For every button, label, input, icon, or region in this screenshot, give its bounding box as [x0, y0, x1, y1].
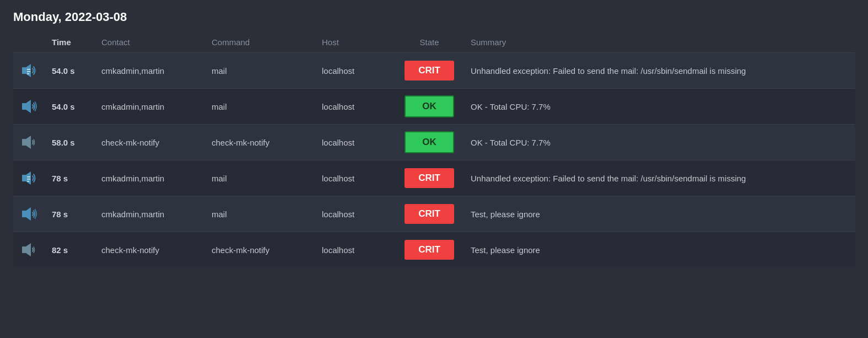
state-cell: OK [393, 125, 465, 160]
contact-cell: check-mk-notify [96, 125, 206, 160]
state-badge: CRIT [405, 240, 454, 260]
command-cell: mail [206, 160, 316, 196]
contact-cell: cmkadmin,martin [96, 160, 206, 196]
time-cell: 54.0 s [46, 89, 96, 125]
icon-cell [13, 53, 46, 89]
col-header-command: Command [206, 34, 316, 53]
host-cell: localhost [316, 53, 393, 89]
svg-marker-1 [26, 64, 31, 77]
summary-cell: OK - Total CPU: 7.7% [465, 89, 855, 125]
svg-rect-4 [27, 73, 29, 74]
time-cell: 54.0 s [46, 53, 96, 89]
state-badge: OK [405, 131, 454, 153]
icon-cell [13, 232, 46, 268]
svg-marker-10 [26, 171, 31, 185]
icon-cell [13, 125, 46, 160]
command-cell: mail [206, 53, 316, 89]
state-cell: CRIT [393, 53, 465, 89]
icon-cell [13, 89, 46, 125]
svg-rect-0 [22, 67, 26, 74]
summary-cell: Test, please ignore [465, 232, 855, 268]
col-header-host: Host [316, 34, 393, 53]
host-cell: localhost [316, 232, 393, 268]
table-row: 54.0 s cmkadmin,martin mail localhost CR… [13, 53, 855, 89]
summary-cell: OK - Total CPU: 7.7% [465, 125, 855, 160]
col-header-time: Time [46, 34, 96, 53]
speaker-icon [19, 239, 41, 261]
svg-marker-6 [26, 100, 31, 113]
svg-rect-2 [27, 69, 30, 70]
command-cell: mail [206, 196, 316, 232]
page-title: Monday, 2022-03-08 [13, 10, 855, 24]
svg-marker-8 [26, 136, 31, 149]
contact-cell: cmkadmin,martin [96, 196, 206, 232]
svg-rect-12 [27, 179, 30, 180]
state-badge: CRIT [405, 204, 454, 224]
contact-cell: cmkadmin,martin [96, 89, 206, 125]
icon-cell [13, 196, 46, 232]
svg-rect-14 [22, 211, 26, 217]
summary-cell: Unhandled exception: Failed to send the … [465, 53, 855, 89]
time-cell: 58.0 s [46, 125, 96, 160]
svg-marker-17 [26, 243, 31, 256]
svg-rect-13 [27, 181, 29, 182]
host-cell: localhost [316, 125, 393, 160]
command-cell: mail [206, 89, 316, 125]
main-container: Monday, 2022-03-08 Time Contact Command … [0, 0, 868, 277]
speaker-icon [19, 167, 41, 189]
col-header-state: State [393, 34, 465, 53]
notifications-table: Time Contact Command Host State Summary [13, 34, 855, 267]
state-badge: OK [405, 95, 454, 117]
state-cell: CRIT [393, 196, 465, 232]
state-cell: CRIT [393, 232, 465, 268]
table-row: 78 s cmkadmin,martin mail localhost CRIT… [13, 196, 855, 232]
host-cell: localhost [316, 89, 393, 125]
table-row: 82 s check-mk-notify check-mk-notify loc… [13, 232, 855, 268]
contact-cell: check-mk-notify [96, 232, 206, 268]
svg-rect-16 [22, 246, 26, 253]
time-cell: 78 s [46, 196, 96, 232]
host-cell: localhost [316, 196, 393, 232]
col-header-contact: Contact [96, 34, 206, 53]
state-cell: CRIT [393, 160, 465, 196]
col-header-summary: Summary [465, 34, 855, 53]
state-badge: CRIT [405, 168, 454, 188]
contact-cell: cmkadmin,martin [96, 53, 206, 89]
command-cell: check-mk-notify [206, 232, 316, 268]
state-cell: OK [393, 89, 465, 125]
host-cell: localhost [316, 160, 393, 196]
state-badge: CRIT [405, 61, 454, 81]
svg-rect-11 [27, 176, 30, 178]
svg-rect-5 [22, 103, 26, 110]
time-cell: 78 s [46, 160, 96, 196]
svg-rect-7 [22, 139, 26, 146]
command-cell: check-mk-notify [206, 125, 316, 160]
summary-cell: Unhandled exception: Failed to send the … [465, 160, 855, 196]
time-cell: 82 s [46, 232, 96, 268]
svg-rect-9 [22, 175, 26, 181]
speaker-icon [19, 95, 41, 117]
table-row: 54.0 s cmkadmin,martin mail localhost OK… [13, 89, 855, 125]
icon-cell [13, 160, 46, 196]
speaker-icon [19, 203, 41, 225]
table-row: 78 s cmkadmin,martin mail localhost CRIT… [13, 160, 855, 196]
svg-rect-3 [27, 71, 30, 72]
col-header-icon [13, 34, 46, 53]
summary-cell: Test, please ignore [465, 196, 855, 232]
table-row: 58.0 s check-mk-notify check-mk-notify l… [13, 125, 855, 160]
speaker-icon [19, 131, 41, 153]
svg-marker-15 [26, 207, 31, 221]
speaker-icon [19, 60, 41, 82]
